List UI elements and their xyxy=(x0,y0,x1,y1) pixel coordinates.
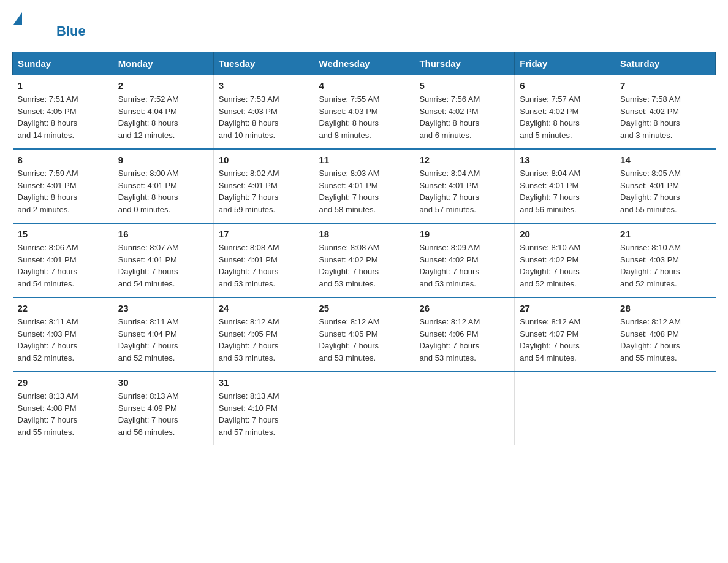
day-number: 13 xyxy=(520,155,610,165)
calendar-day-cell: 29 Sunrise: 8:13 AMSunset: 4:08 PMDaylig… xyxy=(13,372,113,445)
calendar-day-cell: 31 Sunrise: 8:13 AMSunset: 4:10 PMDaylig… xyxy=(213,372,314,445)
calendar-day-cell: 28 Sunrise: 8:12 AMSunset: 4:08 PMDaylig… xyxy=(615,297,716,372)
logo: Blue xyxy=(12,12,86,39)
day-number: 14 xyxy=(620,155,710,165)
day-number: 17 xyxy=(219,229,309,239)
day-info: Sunrise: 8:08 AMSunset: 4:02 PMDaylight:… xyxy=(319,242,409,289)
day-info: Sunrise: 7:53 AMSunset: 4:03 PMDaylight:… xyxy=(219,93,309,141)
calendar-day-cell: 6 Sunrise: 7:57 AMSunset: 4:02 PMDayligh… xyxy=(515,75,615,150)
day-number: 4 xyxy=(319,80,409,91)
calendar-week-row: 29 Sunrise: 8:13 AMSunset: 4:08 PMDaylig… xyxy=(13,372,716,445)
day-info: Sunrise: 8:13 AMSunset: 4:10 PMDaylight:… xyxy=(219,390,309,438)
day-number: 20 xyxy=(520,229,610,239)
calendar-day-cell: 10 Sunrise: 8:02 AMSunset: 4:01 PMDaylig… xyxy=(213,149,314,223)
day-number: 9 xyxy=(118,155,208,165)
page-header: Blue xyxy=(12,12,716,39)
day-number: 19 xyxy=(419,229,509,239)
day-info: Sunrise: 8:08 AMSunset: 4:01 PMDaylight:… xyxy=(219,242,309,289)
day-number: 29 xyxy=(18,377,108,388)
day-number: 22 xyxy=(18,303,108,313)
day-number: 8 xyxy=(18,155,108,165)
calendar-day-cell: 5 Sunrise: 7:56 AMSunset: 4:02 PMDayligh… xyxy=(414,75,515,150)
day-number: 21 xyxy=(620,229,710,239)
calendar-day-cell: 30 Sunrise: 8:13 AMSunset: 4:09 PMDaylig… xyxy=(113,372,213,445)
day-number: 7 xyxy=(620,80,710,91)
col-thursday: Thursday xyxy=(414,52,515,75)
day-info: Sunrise: 7:59 AMSunset: 4:01 PMDaylight:… xyxy=(18,167,108,215)
col-saturday: Saturday xyxy=(615,52,716,75)
day-info: Sunrise: 8:09 AMSunset: 4:02 PMDaylight:… xyxy=(419,242,509,289)
day-number: 30 xyxy=(118,377,208,388)
calendar-day-cell: 18 Sunrise: 8:08 AMSunset: 4:02 PMDaylig… xyxy=(314,223,414,297)
calendar-day-cell: 7 Sunrise: 7:58 AMSunset: 4:02 PMDayligh… xyxy=(615,75,716,150)
day-info: Sunrise: 8:10 AMSunset: 4:03 PMDaylight:… xyxy=(620,242,710,289)
day-info: Sunrise: 8:11 AMSunset: 4:04 PMDaylight:… xyxy=(118,316,208,364)
calendar-day-cell: 16 Sunrise: 8:07 AMSunset: 4:01 PMDaylig… xyxy=(113,223,213,297)
calendar-day-cell: 4 Sunrise: 7:55 AMSunset: 4:03 PMDayligh… xyxy=(314,75,414,150)
day-info: Sunrise: 8:10 AMSunset: 4:02 PMDaylight:… xyxy=(520,242,610,289)
day-number: 18 xyxy=(319,229,409,239)
day-info: Sunrise: 8:02 AMSunset: 4:01 PMDaylight:… xyxy=(219,167,309,215)
day-number: 10 xyxy=(219,155,309,165)
col-tuesday: Tuesday xyxy=(213,52,314,75)
calendar-day-cell: 26 Sunrise: 8:12 AMSunset: 4:06 PMDaylig… xyxy=(414,297,515,372)
calendar-header-row: Sunday Monday Tuesday Wednesday Thursday… xyxy=(13,52,716,75)
day-info: Sunrise: 7:56 AMSunset: 4:02 PMDaylight:… xyxy=(419,93,509,141)
logo-top xyxy=(12,12,23,26)
col-sunday: Sunday xyxy=(13,52,113,75)
calendar-day-cell: 14 Sunrise: 8:05 AMSunset: 4:01 PMDaylig… xyxy=(615,149,716,223)
day-number: 12 xyxy=(419,155,509,165)
day-number: 15 xyxy=(18,229,108,239)
calendar-day-cell: 22 Sunrise: 8:11 AMSunset: 4:03 PMDaylig… xyxy=(13,297,113,372)
calendar-day-cell: 1 Sunrise: 7:51 AMSunset: 4:05 PMDayligh… xyxy=(13,75,113,150)
calendar-day-cell: 8 Sunrise: 7:59 AMSunset: 4:01 PMDayligh… xyxy=(13,149,113,223)
calendar-day-cell: 25 Sunrise: 8:12 AMSunset: 4:05 PMDaylig… xyxy=(314,297,414,372)
day-info: Sunrise: 8:12 AMSunset: 4:05 PMDaylight:… xyxy=(319,316,409,364)
day-info: Sunrise: 8:03 AMSunset: 4:01 PMDaylight:… xyxy=(319,167,409,215)
calendar-day-cell: 19 Sunrise: 8:09 AMSunset: 4:02 PMDaylig… xyxy=(414,223,515,297)
calendar-day-cell: 27 Sunrise: 8:12 AMSunset: 4:07 PMDaylig… xyxy=(515,297,615,372)
calendar-week-row: 8 Sunrise: 7:59 AMSunset: 4:01 PMDayligh… xyxy=(13,149,716,223)
day-number: 23 xyxy=(118,303,208,313)
day-number: 1 xyxy=(18,80,108,91)
calendar-week-row: 22 Sunrise: 8:11 AMSunset: 4:03 PMDaylig… xyxy=(13,297,716,372)
day-info: Sunrise: 8:12 AMSunset: 4:08 PMDaylight:… xyxy=(620,316,710,364)
calendar-day-cell: 2 Sunrise: 7:52 AMSunset: 4:04 PMDayligh… xyxy=(113,75,213,150)
calendar-day-cell: 3 Sunrise: 7:53 AMSunset: 4:03 PMDayligh… xyxy=(213,75,314,150)
calendar-week-row: 1 Sunrise: 7:51 AMSunset: 4:05 PMDayligh… xyxy=(13,75,716,150)
day-number: 26 xyxy=(419,303,509,313)
day-info: Sunrise: 7:55 AMSunset: 4:03 PMDaylight:… xyxy=(319,93,409,141)
day-info: Sunrise: 8:12 AMSunset: 4:05 PMDaylight:… xyxy=(219,316,309,364)
day-info: Sunrise: 8:00 AMSunset: 4:01 PMDaylight:… xyxy=(118,167,208,215)
col-monday: Monday xyxy=(113,52,213,75)
day-number: 11 xyxy=(319,155,409,165)
day-info: Sunrise: 7:51 AMSunset: 4:05 PMDaylight:… xyxy=(18,93,108,141)
calendar-day-cell: 20 Sunrise: 8:10 AMSunset: 4:02 PMDaylig… xyxy=(515,223,615,297)
calendar-day-cell: 21 Sunrise: 8:10 AMSunset: 4:03 PMDaylig… xyxy=(615,223,716,297)
calendar-day-cell xyxy=(615,372,716,445)
calendar-day-cell xyxy=(314,372,414,445)
day-info: Sunrise: 8:12 AMSunset: 4:07 PMDaylight:… xyxy=(520,316,610,364)
day-number: 25 xyxy=(319,303,409,313)
day-info: Sunrise: 8:04 AMSunset: 4:01 PMDaylight:… xyxy=(520,167,610,215)
day-number: 28 xyxy=(620,303,710,313)
day-number: 3 xyxy=(219,80,309,91)
day-info: Sunrise: 7:58 AMSunset: 4:02 PMDaylight:… xyxy=(620,93,710,141)
col-friday: Friday xyxy=(515,52,615,75)
day-info: Sunrise: 8:13 AMSunset: 4:08 PMDaylight:… xyxy=(18,390,108,438)
day-number: 2 xyxy=(118,80,208,91)
day-number: 31 xyxy=(219,377,309,388)
calendar-day-cell: 23 Sunrise: 8:11 AMSunset: 4:04 PMDaylig… xyxy=(113,297,213,372)
calendar-day-cell: 12 Sunrise: 8:04 AMSunset: 4:01 PMDaylig… xyxy=(414,149,515,223)
calendar-day-cell: 9 Sunrise: 8:00 AMSunset: 4:01 PMDayligh… xyxy=(113,149,213,223)
logo-triangle-icon xyxy=(13,12,22,25)
day-number: 24 xyxy=(219,303,309,313)
calendar-table: Sunday Monday Tuesday Wednesday Thursday… xyxy=(12,52,716,445)
calendar-day-cell: 11 Sunrise: 8:03 AMSunset: 4:01 PMDaylig… xyxy=(314,149,414,223)
col-wednesday: Wednesday xyxy=(314,52,414,75)
calendar-day-cell: 24 Sunrise: 8:12 AMSunset: 4:05 PMDaylig… xyxy=(213,297,314,372)
day-info: Sunrise: 8:12 AMSunset: 4:06 PMDaylight:… xyxy=(419,316,509,364)
calendar-day-cell: 15 Sunrise: 8:06 AMSunset: 4:01 PMDaylig… xyxy=(13,223,113,297)
day-number: 6 xyxy=(520,80,610,91)
calendar-day-cell xyxy=(515,372,615,445)
